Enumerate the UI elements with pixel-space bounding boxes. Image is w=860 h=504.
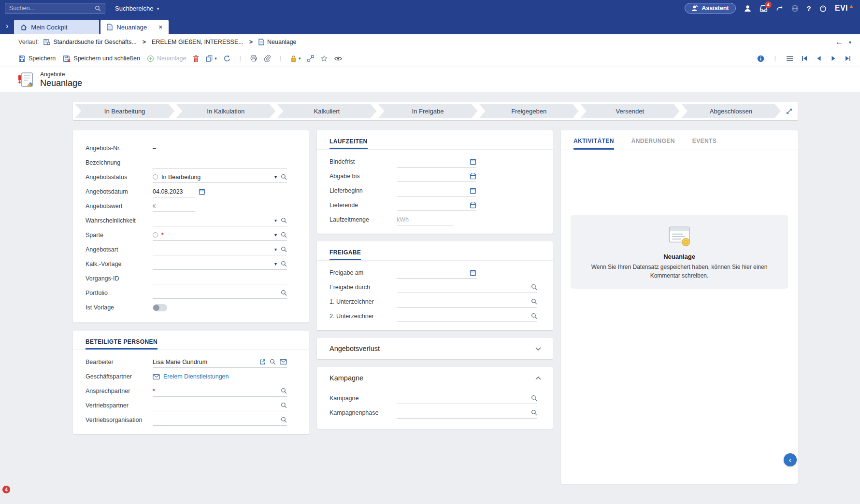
- status-step[interactable]: Kalkuliert: [277, 104, 376, 118]
- search-icon[interactable]: [531, 298, 537, 305]
- copy-button[interactable]: ▾: [206, 55, 217, 62]
- nav-next-icon[interactable]: [830, 55, 837, 62]
- tab-aenderungen[interactable]: ÄNDERUNGEN: [631, 130, 675, 150]
- power-icon[interactable]: [819, 5, 827, 12]
- assistant-button[interactable]: Assistent: [685, 3, 735, 14]
- save-and-close-button[interactable]: Speichern und schließen: [62, 55, 140, 62]
- chevron-down-icon[interactable]: ▾: [274, 218, 277, 223]
- inbox-button[interactable]: 4: [760, 5, 768, 12]
- kampagnenphase-field[interactable]: [397, 407, 537, 419]
- back-icon[interactable]: ←: [835, 38, 843, 46]
- close-icon[interactable]: ×: [158, 23, 162, 31]
- calendar-icon[interactable]: [470, 173, 476, 180]
- nav-first-icon[interactable]: [801, 55, 808, 62]
- search-icon[interactable]: [531, 284, 537, 290]
- calendar-icon[interactable]: [470, 187, 476, 194]
- sparte-select[interactable]: * ▾: [153, 230, 287, 241]
- breadcrumb-item-neuanlage[interactable]: Neuanlage: [258, 39, 296, 45]
- angebotsverlust-section[interactable]: Angebotsverlust: [317, 338, 553, 359]
- breadcrumb-item-partner[interactable]: ERELEM GIEßEN, INTERESSE...: [152, 39, 244, 45]
- unterzeichner1-field[interactable]: [397, 296, 537, 308]
- menu-icon[interactable]: [786, 56, 793, 62]
- wahrscheinlichkeit-select[interactable]: ▾: [153, 215, 287, 226]
- search-areas-dropdown[interactable]: Suchbereiche ▾: [115, 5, 159, 12]
- tab-overflow-chevron-icon[interactable]: ›: [6, 22, 8, 30]
- assign-icon[interactable]: [307, 55, 314, 62]
- search-icon[interactable]: [270, 359, 276, 365]
- refresh-icon[interactable]: [224, 55, 230, 62]
- visibility-eye-icon[interactable]: [334, 56, 342, 61]
- tab-events[interactable]: EVENTS: [692, 130, 717, 150]
- nav-prev-icon[interactable]: [816, 55, 822, 62]
- user-icon[interactable]: [744, 5, 751, 12]
- freigabe-am-input[interactable]: [397, 267, 476, 279]
- freigabe-durch-field[interactable]: [397, 282, 537, 293]
- more-actions-icon[interactable]: ⋮: [772, 55, 778, 62]
- status-step[interactable]: In Kalkulation: [176, 104, 275, 118]
- info-icon[interactable]: [757, 55, 764, 62]
- abgabe-bis-input[interactable]: [397, 171, 476, 182]
- angebotsdatum-input[interactable]: 04.08.2023: [153, 186, 195, 197]
- portfolio-field[interactable]: [153, 288, 287, 299]
- chevron-down-icon[interactable]: ▾: [274, 261, 277, 266]
- calendar-icon[interactable]: [470, 158, 476, 165]
- search-icon[interactable]: [281, 174, 287, 180]
- calendar-icon[interactable]: [199, 188, 205, 195]
- ansprechpartner-field[interactable]: *: [153, 386, 287, 397]
- calendar-icon[interactable]: [470, 269, 476, 276]
- vorgangs-id-input[interactable]: [153, 273, 287, 284]
- search-icon[interactable]: [281, 232, 287, 238]
- open-record-icon[interactable]: [259, 359, 266, 365]
- vertriebsorganisation-field[interactable]: [153, 415, 287, 426]
- lieferende-input[interactable]: [397, 200, 476, 211]
- history-dropdown-icon[interactable]: ▾: [849, 40, 851, 45]
- chevron-down-icon[interactable]: ▾: [274, 247, 277, 252]
- attachment-icon[interactable]: [264, 55, 271, 62]
- tab-mein-cockpit[interactable]: Mein Cockpit: [14, 20, 99, 34]
- favorite-star-icon[interactable]: [321, 55, 328, 62]
- laufzeitmenge-input[interactable]: kWh: [397, 214, 453, 225]
- globe-icon[interactable]: [791, 5, 799, 12]
- chevron-up-icon[interactable]: [535, 377, 541, 380]
- chevron-down-icon[interactable]: [535, 347, 541, 350]
- ist-vorlage-toggle[interactable]: [153, 304, 167, 311]
- search-icon[interactable]: [281, 402, 287, 408]
- search-icon[interactable]: [281, 261, 287, 267]
- global-search[interactable]: [5, 3, 105, 14]
- chevron-down-icon[interactable]: ▾: [274, 232, 277, 238]
- tab-neuanlage[interactable]: Neuanlage ×: [100, 20, 169, 34]
- status-step[interactable]: In Bearbeitung: [75, 104, 174, 118]
- search-icon[interactable]: [281, 417, 287, 423]
- search-icon[interactable]: [531, 313, 537, 319]
- unterzeichner2-field[interactable]: [397, 311, 537, 322]
- email-icon[interactable]: [280, 359, 287, 364]
- geschaeftspartner-link[interactable]: Erelem Dienstleistungen: [163, 373, 229, 380]
- bezeichnung-input[interactable]: [153, 157, 287, 168]
- search-icon[interactable]: [281, 290, 287, 296]
- search-icon[interactable]: [95, 5, 101, 12]
- kalk-vorlage-select[interactable]: ▾: [153, 259, 287, 270]
- status-step[interactable]: Versendet: [580, 104, 680, 118]
- search-icon[interactable]: [281, 388, 287, 394]
- status-step[interactable]: Freigegeben: [479, 104, 579, 118]
- vertriebspartner-field[interactable]: [153, 400, 287, 411]
- lieferbeginn-input[interactable]: [397, 185, 476, 196]
- redo-icon[interactable]: [776, 5, 783, 12]
- panel-collapse-button[interactable]: ‹: [784, 453, 797, 466]
- status-step[interactable]: Abgeschlossen: [681, 104, 781, 118]
- bearbeiter-field[interactable]: Lisa Marie Gundrum: [153, 357, 287, 368]
- expand-icon[interactable]: [786, 108, 792, 114]
- kampagne-header[interactable]: Kampagne: [317, 367, 553, 389]
- kampagne-field[interactable]: [397, 393, 537, 404]
- search-icon[interactable]: [281, 246, 287, 252]
- lock-button[interactable]: ▾: [290, 55, 301, 62]
- tab-aktivitaeten[interactable]: AKTIVITÄTEN: [573, 130, 614, 150]
- search-icon[interactable]: [531, 395, 537, 401]
- help-icon[interactable]: ?: [807, 4, 811, 13]
- print-icon[interactable]: [250, 55, 257, 62]
- breadcrumb-item-search[interactable]: Standardsuche für Geschäfts...: [43, 39, 136, 45]
- bindefrist-input[interactable]: [397, 156, 476, 168]
- angebotsart-select[interactable]: ▾: [153, 244, 287, 255]
- delete-icon[interactable]: [193, 55, 199, 62]
- status-step[interactable]: In Freigabe: [378, 104, 477, 118]
